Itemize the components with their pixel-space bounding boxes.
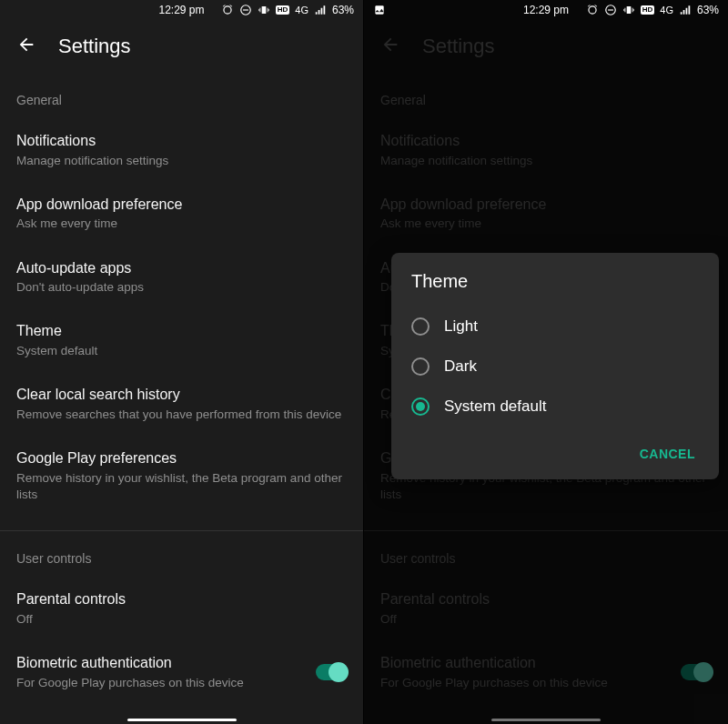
setting-biometric[interactable]: Biometric authentication For Google Play…: [16, 640, 347, 704]
setting-title: Clear local search history: [16, 385, 347, 405]
dialog-title: Theme: [411, 271, 699, 292]
theme-option-light[interactable]: Light: [411, 307, 699, 347]
status-time: 12:29 pm: [158, 4, 204, 16]
signal-icon: [314, 4, 327, 16]
theme-option-system-default[interactable]: System default: [411, 387, 699, 427]
radio-icon: [411, 357, 430, 376]
status-bar: 12:29 pm HD 4G 63%: [0, 0, 363, 20]
hd-badge: HD: [276, 5, 290, 15]
theme-dialog: Theme Light Dark System default CANCEL: [391, 253, 719, 479]
network-label: 4G: [660, 5, 673, 15]
battery-text: 63%: [697, 4, 719, 16]
setting-desc: For Google Play purchases on this device: [16, 675, 244, 691]
settings-content: General Notifications Manage notificatio…: [0, 73, 363, 717]
status-time: 12:29 pm: [523, 4, 569, 16]
setting-parental[interactable]: Parental controls Off: [16, 577, 347, 640]
setting-title: Auto-update apps: [16, 258, 347, 278]
svg-rect-2: [375, 5, 383, 14]
hd-badge: HD: [641, 5, 655, 15]
setting-desc: Ask me every time: [16, 216, 347, 232]
setting-notifications[interactable]: Notifications Manage notification settin…: [16, 118, 347, 182]
radio-icon: [411, 317, 430, 336]
radio-label: Light: [444, 317, 478, 336]
back-arrow-icon[interactable]: [16, 35, 36, 58]
nav-bar[interactable]: [0, 717, 363, 724]
screen-settings-list: 12:29 pm HD 4G 63% Settings General Noti…: [0, 0, 364, 724]
page-title: Settings: [58, 35, 131, 58]
setting-title: Google Play preferences: [16, 448, 347, 468]
svg-rect-4: [626, 6, 631, 14]
section-user-controls: User controls: [16, 551, 347, 566]
alarm-icon: [586, 4, 599, 16]
vibrate-icon: [622, 4, 635, 16]
radio-label: Dark: [444, 357, 477, 376]
network-label: 4G: [295, 5, 308, 15]
do-not-disturb-icon: [239, 4, 252, 16]
radio-label: System default: [444, 397, 546, 416]
status-bar: 12:29 pm HD 4G 63%: [364, 0, 728, 20]
setting-desc: Don't auto-update apps: [16, 279, 347, 296]
setting-auto-update[interactable]: Auto-update apps Don't auto-update apps: [16, 246, 347, 309]
setting-desc: Remove searches that you have performed …: [16, 407, 347, 423]
screen-theme-dialog: 12:29 pm HD 4G 63% Settings General Noti…: [364, 0, 728, 724]
do-not-disturb-icon: [604, 4, 617, 16]
setting-title: Biometric authentication: [16, 653, 244, 673]
radio-icon-selected: [411, 397, 430, 416]
setting-desc: Off: [16, 611, 347, 628]
signal-icon: [679, 4, 692, 16]
setting-theme[interactable]: Theme System default: [16, 308, 347, 372]
setting-title: Theme: [16, 321, 347, 341]
vibrate-icon: [258, 4, 270, 16]
divider: [0, 530, 363, 531]
screenshot-icon: [373, 4, 386, 16]
app-bar: Settings: [0, 20, 363, 73]
setting-title: Notifications: [16, 131, 347, 151]
setting-desc: Manage notification settings: [16, 153, 347, 169]
setting-clear-history[interactable]: Clear local search history Remove search…: [16, 372, 347, 436]
setting-desc: Remove history in your wishlist, the Bet…: [16, 470, 347, 503]
setting-title: Parental controls: [16, 589, 347, 609]
svg-rect-1: [261, 6, 266, 14]
setting-title: App download preference: [16, 195, 347, 215]
setting-download-pref[interactable]: App download preference Ask me every tim…: [16, 182, 347, 246]
cancel-button[interactable]: CANCEL: [636, 439, 699, 468]
setting-play-prefs[interactable]: Google Play preferences Remove history i…: [16, 436, 347, 516]
dialog-actions: CANCEL: [411, 439, 699, 468]
battery-text: 63%: [332, 4, 354, 16]
biometric-switch[interactable]: [316, 664, 347, 680]
section-general: General: [16, 93, 347, 107]
alarm-icon: [221, 4, 234, 16]
setting-desc: System default: [16, 343, 347, 359]
theme-option-dark[interactable]: Dark: [411, 347, 699, 387]
